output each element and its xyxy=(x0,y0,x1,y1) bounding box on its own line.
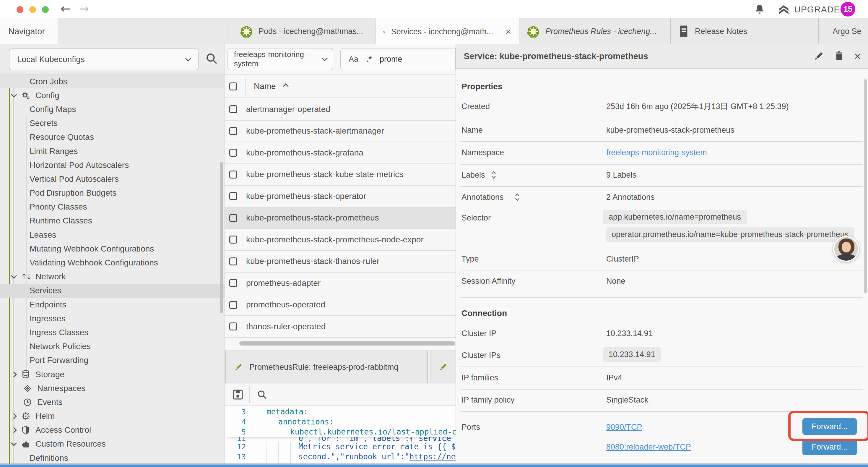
maximize-window-button[interactable] xyxy=(42,6,49,13)
match-case-icon[interactable]: Aa xyxy=(349,55,359,64)
sidebar-item-helm[interactable]: Helm xyxy=(0,409,225,423)
sidebar-item-port-forwarding[interactable]: Port Forwarding xyxy=(0,353,225,368)
column-header-name[interactable]: Name xyxy=(254,82,276,91)
sidebar-item-validating-webhook-configurations[interactable]: Validating Webhook Configurations xyxy=(0,256,225,269)
horizontal-scrollbar[interactable] xyxy=(239,341,455,346)
code-link[interactable]: https://net xyxy=(409,452,460,461)
tab-argo[interactable]: Argo Se xyxy=(819,18,868,44)
row-checkbox[interactable] xyxy=(229,192,237,200)
sort-ascending-icon[interactable] xyxy=(283,83,289,89)
tab-prometheus-rules[interactable]: Prometheus Rules - icecheng... xyxy=(519,18,671,44)
sidebar-item-namespaces[interactable]: Namespaces xyxy=(0,381,225,395)
sidebar-item-resource-quotas[interactable]: Resource Quotas xyxy=(0,130,225,144)
chevron-down-icon[interactable] xyxy=(11,92,17,97)
row-checkbox[interactable] xyxy=(229,236,237,243)
forward-button[interactable]: Forward... xyxy=(802,439,857,455)
sidebar-item-mutating-webhook-configurations[interactable]: Mutating Webhook Configurations xyxy=(0,242,225,256)
labels-value[interactable]: 9 Labels xyxy=(606,170,637,180)
namespace-filter-dropdown[interactable]: freeleaps-monitoring-system xyxy=(227,48,333,70)
minimize-window-button[interactable] xyxy=(29,6,36,13)
kubeconfig-selector[interactable]: Local Kubeconfigs xyxy=(9,49,198,70)
search-input[interactable]: Aa .* prome xyxy=(340,48,456,70)
close-icon[interactable]: × xyxy=(505,26,511,37)
sidebar-item-events[interactable]: Events xyxy=(0,395,225,409)
row-checkbox[interactable] xyxy=(229,322,237,330)
close-window-button[interactable] xyxy=(17,6,23,13)
row-checkbox[interactable] xyxy=(229,127,237,135)
avatar[interactable] xyxy=(833,236,859,262)
sidebar-item-config[interactable]: Config xyxy=(0,88,225,102)
annotations-expander-icon[interactable] xyxy=(514,192,521,202)
sidebar-item-network[interactable]: ↑↓ Network xyxy=(0,270,225,284)
sidebar-item-definitions[interactable]: Definitions xyxy=(0,451,225,465)
row-checkbox[interactable] xyxy=(229,301,237,309)
select-all-checkbox[interactable] xyxy=(229,83,237,90)
sidebar-item-services[interactable]: Services xyxy=(0,284,225,298)
sidebar-item-network-policies[interactable]: Network Policies xyxy=(0,340,225,353)
chevron-right-icon[interactable] xyxy=(11,372,17,377)
sidebar-item-pod-disruption-budgets[interactable]: Pod Disruption Budgets xyxy=(0,186,225,200)
close-icon[interactable]: × xyxy=(854,50,861,62)
sidebar-item-storage[interactable]: Storage xyxy=(0,368,225,381)
chevron-down-icon[interactable] xyxy=(11,440,17,446)
sidebar-item-leases[interactable]: Leases xyxy=(0,228,225,242)
sidebar-item-config-maps[interactable]: Config Maps xyxy=(0,102,225,116)
sidebar-item-runtime-classes[interactable]: Runtime Classes xyxy=(0,214,225,228)
tab-navigator[interactable]: Navigator xyxy=(0,18,58,44)
sidebar-item-endpoints[interactable]: Endpoints xyxy=(0,298,225,312)
chevron-right-icon[interactable] xyxy=(11,427,17,433)
table-row[interactable]: kube-prometheus-stack-operator xyxy=(225,185,456,207)
account-badge[interactable]: 15 xyxy=(840,2,855,17)
edit-pencil-icon[interactable] xyxy=(813,51,824,61)
delete-trash-icon[interactable] xyxy=(834,51,844,61)
sidebar-item-custom-resources[interactable]: Custom Resources xyxy=(0,437,225,451)
table-row[interactable]: kube-prometheus-stack-alertmanager xyxy=(225,121,456,143)
tab-pods[interactable]: Pods - icecheng@mathmas... xyxy=(232,18,375,44)
back-icon[interactable]: ← xyxy=(61,2,71,16)
table-row[interactable]: thanos-ruler-operated xyxy=(225,316,456,338)
editor-search-icon[interactable] xyxy=(256,389,268,400)
row-checkbox[interactable] xyxy=(229,258,237,265)
row-checkbox[interactable] xyxy=(229,214,237,222)
tab-release-notes[interactable]: Release Notes xyxy=(671,18,819,44)
table-row[interactable]: alertmanager-operated xyxy=(225,99,456,121)
chevron-down-icon[interactable] xyxy=(11,273,17,279)
row-checkbox[interactable] xyxy=(229,149,237,157)
sidebar-item-ingresses[interactable]: Ingresses xyxy=(0,312,225,325)
sidebar-item-secrets[interactable]: Secrets xyxy=(0,116,225,130)
port-link-9090[interactable]: 9090/TCP xyxy=(606,422,642,432)
table-row[interactable]: kube-prometheus-stack-grafana xyxy=(225,142,456,164)
chevron-right-icon[interactable] xyxy=(11,413,17,419)
table-row[interactable]: prometheus-operated xyxy=(225,294,456,316)
table-row[interactable]: kube-prometheus-stack-thanos-ruler xyxy=(225,251,456,273)
forward-icon[interactable]: → xyxy=(79,2,89,16)
search-icon[interactable] xyxy=(205,52,218,65)
row-checkbox[interactable] xyxy=(229,279,237,287)
sidebar-item-cron-jobs[interactable]: Cron Jobs xyxy=(0,75,225,88)
sidebar-item-ingress-classes[interactable]: Ingress Classes xyxy=(0,325,225,339)
labels-expander-icon[interactable] xyxy=(490,170,497,180)
notifications-bell-icon[interactable] xyxy=(754,4,765,15)
navigator-scrollbar[interactable] xyxy=(220,162,223,313)
annotations-value[interactable]: 2 Annotations xyxy=(606,192,655,202)
details-scrollbar[interactable] xyxy=(864,79,867,293)
namespace-link[interactable]: freeleaps-monitoring-system xyxy=(606,147,707,157)
row-checkbox[interactable] xyxy=(229,105,237,113)
sidebar-item-priority-classes[interactable]: Priority Classes xyxy=(0,200,225,214)
tab-services[interactable]: Services - icecheng@math... × xyxy=(375,18,519,45)
regex-icon[interactable]: .* xyxy=(367,55,371,64)
sidebar-item-access-control[interactable]: Access Control xyxy=(0,423,225,437)
table-row[interactable]: kube-prometheus-stack-prometheus-node-ex… xyxy=(225,229,456,251)
upgrade-button[interactable]: UPGRADE xyxy=(778,4,840,16)
sidebar-item-limit-ranges[interactable]: Limit Ranges xyxy=(0,144,225,158)
sidebar-item-vertical-pod-autoscalers[interactable]: Vertical Pod Autoscalers xyxy=(0,172,225,186)
table-row[interactable]: prometheus-adapter xyxy=(225,272,456,294)
table-row-selected[interactable]: kube-prometheus-stack-prometheus xyxy=(225,207,456,229)
yaml-editor[interactable]: 3metadata: 4annotations: 5kubectl.kubern… xyxy=(225,406,456,465)
editor-tab-prometheusrule[interactable]: PrometheusRule: freeleaps-prod-rabbitmq xyxy=(225,351,428,383)
table-row[interactable]: kube-prometheus-stack-kube-state-metrics xyxy=(225,164,456,186)
sidebar-item-horizontal-pod-autoscalers[interactable]: Horizontal Pod Autoscalers xyxy=(0,158,225,172)
save-icon[interactable] xyxy=(232,389,243,400)
port-link-8080[interactable]: 8080:reloader-web/TCP xyxy=(606,442,691,452)
row-checkbox[interactable] xyxy=(229,171,237,178)
